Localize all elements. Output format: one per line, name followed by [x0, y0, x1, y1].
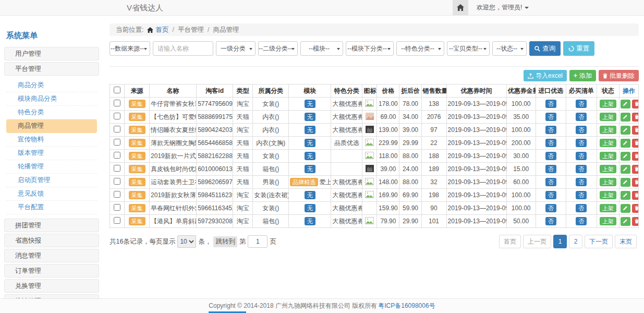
must-buy-badge[interactable]: 否 [576, 100, 587, 109]
must-buy-badge[interactable]: 否 [576, 139, 587, 148]
filter-select[interactable]: --状态-- [492, 41, 527, 56]
edit-button[interactable] [621, 217, 630, 226]
must-buy-badge[interactable]: 否 [576, 126, 587, 135]
row-checkbox[interactable] [114, 100, 120, 106]
sidebar-group[interactable]: 订单管理 [4, 264, 99, 278]
edit-button[interactable] [621, 152, 630, 161]
filter-select[interactable]: 一级分类 [216, 41, 256, 56]
import-select-badge[interactable]: 否 [545, 191, 556, 200]
edit-button[interactable] [621, 191, 630, 200]
user-menu[interactable]: 欢迎您，管理员! [477, 3, 529, 12]
edit-button[interactable] [621, 113, 630, 122]
delete-button[interactable] [632, 126, 639, 135]
breadcrumb-home-link[interactable]: 首页 [147, 26, 168, 34]
must-buy-badge[interactable]: 否 [576, 217, 587, 226]
filter-select[interactable]: --模块-- [300, 41, 343, 56]
status-badge[interactable]: 上架 [600, 165, 616, 174]
status-badge[interactable]: 上架 [600, 217, 616, 226]
status-badge[interactable]: 上架 [600, 126, 616, 135]
sidebar-subitem[interactable]: 特色分类 [6, 106, 97, 119]
row-checkbox[interactable] [114, 126, 120, 133]
edit-button[interactable] [621, 126, 630, 135]
row-checkbox[interactable] [114, 152, 120, 159]
status-badge[interactable]: 上架 [600, 191, 616, 200]
filter-select[interactable]: --二级分类-- [258, 41, 298, 56]
status-badge[interactable]: 上架 [600, 113, 616, 122]
delete-button[interactable] [632, 100, 639, 109]
jump-button[interactable]: 跳转到 [213, 236, 237, 247]
status-badge[interactable]: 上架 [600, 178, 616, 187]
edit-button[interactable] [621, 178, 630, 187]
page-number-input[interactable] [248, 235, 268, 248]
import-excel-button[interactable]: 导入excel [524, 70, 567, 81]
sidebar-group[interactable]: 消息管理 [4, 249, 99, 262]
import-select-badge[interactable]: 否 [545, 178, 556, 187]
sidebar-subitem[interactable]: 模块商品分类 [6, 92, 97, 106]
status-badge[interactable]: 上架 [600, 204, 616, 213]
bulk-delete-button[interactable]: 批量删除 [599, 70, 639, 81]
pager-button[interactable]: 2 [569, 235, 582, 248]
name-search-input[interactable] [153, 41, 213, 56]
must-buy-badge[interactable]: 否 [576, 152, 587, 161]
import-select-badge[interactable]: 否 [545, 165, 556, 174]
delete-button[interactable] [632, 113, 639, 122]
reset-button[interactable]: 重置 [563, 41, 594, 56]
row-checkbox[interactable] [114, 113, 120, 119]
row-checkbox[interactable] [114, 191, 120, 198]
must-buy-badge[interactable]: 否 [576, 165, 587, 174]
sidebar-subitem[interactable]: 版本管理 [6, 147, 97, 160]
filter-select[interactable]: --宝贝类型-- [447, 41, 490, 56]
import-select-badge[interactable]: 否 [545, 100, 556, 109]
row-checkbox[interactable] [114, 165, 120, 172]
per-page-select[interactable]: 10 [177, 235, 196, 248]
sidebar-group[interactable]: 兑换管理 [4, 279, 99, 293]
filter-select[interactable]: --模块下分类-- [346, 41, 394, 56]
delete-button[interactable] [632, 204, 639, 213]
delete-button[interactable] [632, 191, 639, 200]
must-buy-badge[interactable]: 否 [576, 178, 587, 187]
sidebar-subitem[interactable]: 轮播管理 [6, 160, 97, 174]
pager-button[interactable]: 1 [553, 235, 567, 248]
must-buy-badge[interactable]: 否 [576, 113, 587, 122]
edit-button[interactable] [621, 165, 630, 174]
sidebar-group[interactable]: 拼团管理 [4, 219, 99, 232]
status-badge[interactable]: 上架 [600, 139, 616, 148]
select-all-checkbox[interactable] [114, 87, 120, 93]
pager-button[interactable]: 末页 [615, 235, 637, 248]
must-buy-badge[interactable]: 否 [576, 204, 587, 213]
row-checkbox[interactable] [114, 204, 120, 211]
row-checkbox[interactable] [114, 178, 120, 185]
row-checkbox[interactable] [114, 139, 120, 146]
delete-button[interactable] [632, 165, 639, 174]
sidebar-group-users[interactable]: 用户管理 [4, 47, 99, 61]
pager-button[interactable]: 下一页 [585, 235, 613, 248]
status-badge[interactable]: 上架 [600, 152, 616, 161]
sidebar-group-platform[interactable]: 平台管理 [4, 62, 99, 76]
icp-link[interactable]: 粤ICP备16098006号 [378, 302, 435, 310]
query-button[interactable]: 查询 [529, 41, 561, 56]
edit-button[interactable] [621, 139, 630, 148]
status-badge[interactable]: 上架 [600, 100, 616, 109]
edit-button[interactable] [621, 204, 630, 213]
sidebar-subitem[interactable]: 意见反馈 [6, 187, 97, 201]
edit-button[interactable] [621, 100, 630, 109]
row-checkbox[interactable] [114, 217, 120, 224]
sidebar-subitem[interactable]: 启动页管理 [6, 174, 97, 187]
filter-select-source[interactable]: --数据来源-- [110, 41, 150, 56]
import-select-badge[interactable]: 否 [545, 152, 556, 161]
import-select-badge[interactable]: 否 [545, 217, 556, 226]
import-select-badge[interactable]: 否 [545, 126, 556, 135]
sidebar-group[interactable]: 省惠快报 [4, 234, 99, 247]
breadcrumb-item-platform[interactable]: 平台管理 [178, 26, 204, 34]
home-button[interactable] [453, 0, 468, 15]
must-buy-badge[interactable]: 否 [576, 191, 587, 200]
sidebar-subitem[interactable]: 商品管理 [6, 119, 97, 133]
add-button[interactable]: + 添加 [569, 70, 596, 81]
delete-button[interactable] [632, 217, 639, 226]
import-select-badge[interactable]: 否 [545, 139, 556, 148]
import-select-badge[interactable]: 否 [545, 204, 556, 213]
sidebar-subitem[interactable]: 商品分类 [6, 79, 97, 92]
sidebar-subitem[interactable]: 平台配置 [6, 201, 97, 214]
delete-button[interactable] [632, 152, 639, 161]
import-select-badge[interactable]: 否 [545, 113, 556, 122]
